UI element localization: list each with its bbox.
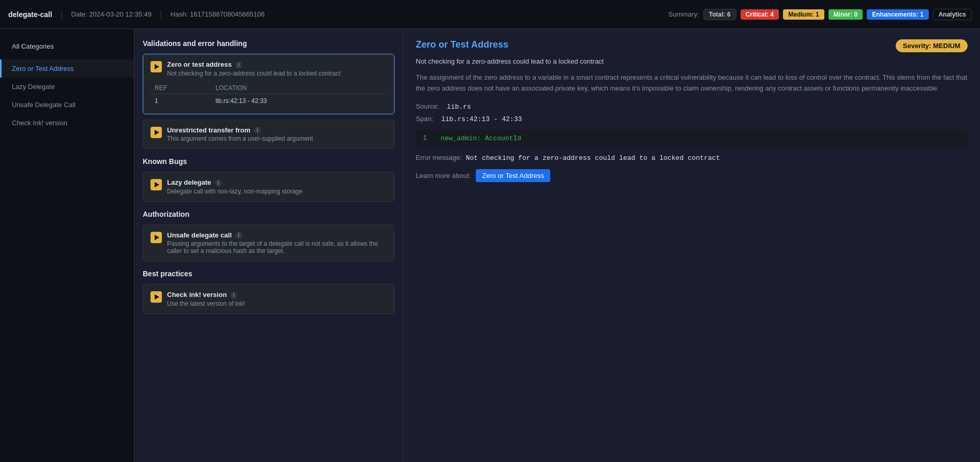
finding-unsafe-delegate-call[interactable]: Unsafe delegate call i Passing arguments… bbox=[143, 225, 395, 262]
badge-medium[interactable]: Medium: 1 bbox=[783, 9, 824, 20]
section-known-bugs: Known Bugs Lazy delegate i Delegate call… bbox=[143, 157, 395, 202]
header-date: Date: 2024-03-20 12:35:49 bbox=[71, 10, 152, 18]
source-label: Source: bbox=[416, 102, 439, 110]
finding-title-5: Check ink! version i bbox=[167, 291, 245, 299]
finding-check-ink-version[interactable]: Check ink! version i Use the latest vers… bbox=[143, 284, 395, 314]
error-message-value: Not checking for a zero-address could le… bbox=[466, 154, 720, 162]
detail-header: Zero or Test Address Severity: MEDIUM bbox=[416, 39, 968, 52]
detail-description: The assignment of the zero address to a … bbox=[416, 72, 968, 94]
play-triangle-icon-3 bbox=[155, 182, 159, 187]
header: delegate-call | Date: 2024-03-20 12:35:4… bbox=[0, 0, 980, 29]
finding-desc-2: This argument comes from a user-supplied… bbox=[167, 135, 313, 142]
badge-enhancements[interactable]: Enhancements: 1 bbox=[867, 9, 928, 20]
main-layout: All Categories Zero or Test Address Lazy… bbox=[0, 29, 980, 462]
info-icon[interactable]: i bbox=[235, 62, 243, 69]
finding-desc-3: Delegate call with non-lazy, non-mapping… bbox=[167, 188, 303, 195]
section-authorization: Authorization Unsafe delegate call i Pas… bbox=[143, 210, 395, 262]
finding-icon-play-3 bbox=[150, 179, 162, 190]
span-value: lib.rs:42:13 - 42:33 bbox=[441, 115, 522, 123]
finding-icon-play-4 bbox=[150, 232, 162, 243]
detail-source-row: Source: lib.rs bbox=[416, 102, 968, 111]
play-triangle-icon-2 bbox=[155, 130, 159, 135]
ref-table: REF LOCATION 1 lib.rs:42:13 - 42:33 bbox=[150, 82, 387, 108]
section-best-practices: Best practices Check ink! version i Use … bbox=[143, 270, 395, 314]
finding-icon-play-2 bbox=[150, 127, 162, 138]
finding-title: Zero or test address i bbox=[167, 61, 341, 69]
header-summary: Summary: Total: 6 Critical: 4 Medium: 1 … bbox=[669, 9, 972, 20]
section-validations-title: Validations and error handling bbox=[143, 39, 395, 48]
sidebar: All Categories Zero or Test Address Lazy… bbox=[0, 29, 134, 462]
badge-minor[interactable]: Minor: 0 bbox=[828, 9, 863, 20]
section-best-practices-title: Best practices bbox=[143, 270, 395, 278]
finding-header-3: Lazy delegate i Delegate call with non-l… bbox=[150, 178, 387, 195]
finding-title-2: Unrestricted transfer from i bbox=[167, 126, 313, 135]
learn-more-row: Learn more about: Zero or Test Address bbox=[416, 169, 968, 182]
span-label: Span: bbox=[416, 115, 433, 123]
finding-title-3: Lazy delegate i bbox=[167, 178, 303, 187]
finding-header-2: Unrestricted transfer from i This argume… bbox=[150, 126, 387, 143]
finding-title-4: Unsafe delegate call i bbox=[167, 231, 387, 240]
divider-2: | bbox=[160, 9, 162, 20]
finding-desc: Not checking for a zero-address could le… bbox=[167, 70, 341, 77]
finding-desc-4: Passing arguments to the target of a del… bbox=[167, 240, 387, 255]
finding-body-3: Lazy delegate i Delegate call with non-l… bbox=[167, 178, 303, 195]
code-block: 1 new_admin: AccountId bbox=[416, 129, 968, 147]
finding-unrestricted-transfer[interactable]: Unrestricted transfer from i This argume… bbox=[143, 120, 395, 150]
section-validations: Validations and error handling Zero or t… bbox=[143, 39, 395, 149]
finding-desc-5: Use the latest version of ink! bbox=[167, 300, 245, 307]
play-triangle-icon bbox=[155, 64, 159, 69]
sidebar-item-label: Lazy Delegate bbox=[12, 83, 55, 91]
content-area: Validations and error handling Zero or t… bbox=[134, 29, 980, 462]
info-icon-3[interactable]: i bbox=[215, 180, 222, 187]
header-hash: Hash: 16171588708045665106 bbox=[171, 10, 265, 18]
finding-body-4: Unsafe delegate call i Passing arguments… bbox=[167, 231, 387, 255]
error-message-row: Error message: Not checking for a zero-a… bbox=[416, 154, 968, 162]
table-header-ref: REF bbox=[150, 82, 212, 94]
sidebar-item-all-categories[interactable]: All Categories bbox=[0, 37, 134, 55]
finding-icon-play-5 bbox=[150, 291, 162, 303]
sidebar-item-unsafe-delegate-call[interactable]: Unsafe Delegate Call bbox=[0, 96, 134, 114]
finding-icon-play bbox=[150, 61, 162, 72]
sidebar-item-zero-or-test-address[interactable]: Zero or Test Address bbox=[0, 59, 134, 78]
finding-header-4: Unsafe delegate call i Passing arguments… bbox=[150, 231, 387, 255]
finding-body-2: Unrestricted transfer from i This argume… bbox=[167, 126, 313, 143]
learn-more-button[interactable]: Zero or Test Address bbox=[476, 169, 550, 182]
summary-label: Summary: bbox=[669, 10, 699, 18]
code-line-num: 1 bbox=[423, 135, 433, 142]
table-row: 1 lib.rs:42:13 - 42:33 bbox=[150, 94, 387, 108]
finding-body-5: Check ink! version i Use the latest vers… bbox=[167, 291, 245, 307]
detail-span-row: Span: lib.rs:42:13 - 42:33 bbox=[416, 115, 968, 123]
sidebar-item-label: Zero or Test Address bbox=[12, 65, 74, 72]
analytics-button[interactable]: Analytics bbox=[933, 9, 972, 20]
sidebar-item-check-ink-version[interactable]: Check Ink! version bbox=[0, 114, 134, 132]
info-icon-2[interactable]: i bbox=[254, 127, 261, 134]
table-cell-location: lib.rs:42:13 - 42:33 bbox=[212, 94, 387, 108]
info-icon-4[interactable]: i bbox=[235, 232, 243, 239]
play-triangle-icon-4 bbox=[155, 235, 159, 240]
sidebar-item-label: Unsafe Delegate Call bbox=[12, 101, 76, 109]
detail-title: Zero or Test Address bbox=[416, 39, 508, 50]
severity-badge: Severity: MEDIUM bbox=[896, 39, 968, 52]
error-message-label: Error message: bbox=[416, 154, 462, 161]
finding-lazy-delegate[interactable]: Lazy delegate i Delegate call with non-l… bbox=[143, 172, 395, 202]
sidebar-item-lazy-delegate[interactable]: Lazy Delegate bbox=[0, 78, 134, 96]
finding-body: Zero or test address i Not checking for … bbox=[167, 61, 341, 77]
learn-more-label: Learn more about: bbox=[416, 172, 471, 180]
middle-panel: Validations and error handling Zero or t… bbox=[134, 29, 403, 462]
right-panel: Zero or Test Address Severity: MEDIUM No… bbox=[403, 29, 980, 462]
code-content: new_admin: AccountId bbox=[441, 135, 521, 142]
app-name: delegate-call bbox=[8, 10, 52, 19]
badge-total: Total: 6 bbox=[703, 9, 736, 20]
sidebar-item-label: Check Ink! version bbox=[12, 119, 67, 127]
section-authorization-title: Authorization bbox=[143, 210, 395, 218]
section-known-bugs-title: Known Bugs bbox=[143, 157, 395, 166]
table-header-location: LOCATION bbox=[212, 82, 387, 94]
finding-header: Zero or test address i Not checking for … bbox=[150, 61, 387, 77]
finding-zero-or-test-address[interactable]: Zero or test address i Not checking for … bbox=[143, 54, 395, 114]
play-triangle-icon-5 bbox=[155, 294, 159, 300]
info-icon-5[interactable]: i bbox=[230, 292, 237, 299]
finding-header-5: Check ink! version i Use the latest vers… bbox=[150, 291, 387, 307]
detail-subtitle: Not checking for a zero-address could le… bbox=[416, 57, 968, 65]
table-cell-ref: 1 bbox=[150, 94, 212, 108]
badge-critical[interactable]: Critical: 4 bbox=[741, 9, 779, 20]
